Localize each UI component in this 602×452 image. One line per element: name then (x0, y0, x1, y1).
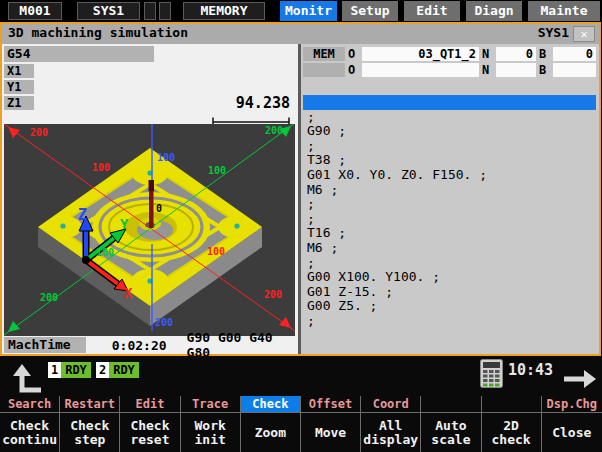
subprogram-b-label: B (539, 63, 552, 77)
machine-status-cell: M001 (8, 2, 62, 20)
origin-label: 0 (156, 203, 162, 214)
simulation-window: 3D machining simulation SYS1 ✕ G54 X1 Y1… (0, 22, 601, 356)
3d-viewport: 200 100 100 200 200 100 100 200 100 200 … (4, 124, 295, 336)
tool-shank (149, 180, 155, 191)
x-tick-200-br: 200 (264, 289, 282, 300)
softkey-column: RestartCheck step (60, 396, 120, 452)
mode-cell: MEMORY (183, 2, 265, 20)
menu-back-icon (8, 362, 46, 394)
program-current-line (303, 95, 596, 110)
triad-y-label: Y (120, 216, 129, 232)
subprogram-o-label: O (348, 63, 361, 77)
keypad-button[interactable] (480, 359, 503, 392)
program-line: ; (303, 197, 596, 212)
menu-category-dsp-chg[interactable]: Dsp.Chg (542, 396, 602, 413)
clock: 10:43 (508, 361, 553, 379)
program-o-label: O (348, 47, 361, 61)
program-line: ; (303, 110, 596, 125)
menu-category-empty[interactable] (482, 396, 541, 413)
program-line: ; (303, 314, 596, 329)
softkey-area: 1RDY2RDY 10:43 SearchCheck c (0, 356, 602, 452)
menu-category-check[interactable]: Check (241, 396, 300, 413)
part-system-number: 1 (48, 362, 61, 378)
softkey-all-display[interactable]: All display (361, 413, 420, 452)
sequence-n-value: 0 (496, 47, 536, 61)
softkey-close[interactable]: Close (542, 413, 602, 452)
softkey-column: CheckZoom (241, 396, 301, 452)
menu-category-edit[interactable]: Edit (120, 396, 179, 413)
tab-maintenance[interactable]: Mainte (528, 1, 600, 21)
menu-category-trace[interactable]: Trace (181, 396, 240, 413)
softkey-column: CoordAll display (361, 396, 421, 452)
program-mode-label: MEM (303, 47, 345, 61)
subprogram-n-label: N (482, 63, 495, 77)
x-axis-arrow-tl (8, 127, 20, 138)
close-icon: ✕ (580, 27, 587, 41)
menu-next-icon (562, 368, 598, 390)
sequence-n-label: N (482, 47, 495, 61)
program-line: T16 ; (303, 226, 596, 241)
ready-status-badges: 1RDY2RDY (48, 362, 144, 378)
system-cell: SYS1 (77, 2, 140, 20)
corner-hole-left (60, 223, 65, 228)
keypad-icon (480, 359, 503, 388)
axis-y-label: Y1 (4, 80, 34, 94)
subprogram-number-value (362, 63, 479, 77)
tab-setup[interactable]: Setup (342, 1, 398, 21)
softkey-zoom[interactable]: Zoom (241, 413, 300, 452)
softkey-column: 2D check (482, 396, 542, 452)
menu-category-search[interactable]: Search (0, 396, 59, 413)
softkey-column: Auto scale (421, 396, 481, 452)
menu-category-coord[interactable]: Coord (361, 396, 420, 413)
window-title: 3D machining simulation (8, 25, 188, 40)
softkey-column: SearchCheck continu (0, 396, 60, 452)
triad-x-label: X (124, 285, 133, 301)
program-line: G01 Z-15. ; (303, 285, 596, 300)
y-tick-100-tr: 100 (208, 165, 226, 176)
subprogram-b-value (553, 63, 596, 77)
softkey-2d-check[interactable]: 2D check (482, 413, 541, 452)
tab-monitor[interactable]: Monitr (280, 1, 337, 21)
simulation-pane: G54 X1 Y1 Z1 94.238 (2, 44, 298, 354)
subprogram-mode-label (303, 63, 345, 77)
window-system-label: SYS1 (538, 25, 569, 40)
ready-badge: RDY (109, 362, 139, 378)
program-line: G00 X100. Y100. ; (303, 270, 596, 285)
softkey-column: EditCheck reset (120, 396, 180, 452)
x-tick-100-tl: 100 (92, 162, 110, 173)
tab-diagnosis[interactable]: Diagn (466, 1, 522, 21)
top-status-bar: M001 SYS1 MEMORY Monitr Setup Edit Diagn… (0, 0, 602, 22)
window-titlebar: 3D machining simulation SYS1 ✕ (2, 24, 599, 44)
softkey-column: TraceWork init (181, 396, 241, 452)
softkey-move[interactable]: Move (301, 413, 360, 452)
program-line: T38 ; (303, 153, 596, 168)
close-button[interactable]: ✕ (573, 26, 595, 42)
program-number-value: 03_QT1_2 (362, 47, 479, 61)
menu-next-button[interactable] (562, 368, 598, 394)
axis-z-label: Z1 (4, 96, 34, 110)
machtime-value: 0:02:20 (112, 338, 167, 353)
program-line: G01 X0. Y0. Z0. F150. ; (303, 168, 596, 183)
y-axis-arrow-bl (8, 321, 20, 332)
softkey-check-step[interactable]: Check step (60, 413, 119, 452)
program-line: M6 ; (303, 241, 596, 256)
softkey-menu: SearchCheck continuRestartCheck stepEdit… (0, 396, 602, 452)
tab-edit[interactable]: Edit (404, 1, 460, 21)
menu-category-restart[interactable]: Restart (60, 396, 119, 413)
program-line: G90 ; (303, 124, 596, 139)
corner-hole-right (234, 223, 239, 228)
softkey-check-reset[interactable]: Check reset (120, 413, 179, 452)
program-line: ; (303, 256, 596, 271)
program-line: ; (303, 139, 596, 154)
softkey-check-continu[interactable]: Check continu (0, 413, 59, 452)
work-offset-label: G54 (4, 46, 154, 62)
softkey-auto-scale[interactable]: Auto scale (421, 413, 480, 452)
y-tick-100-bl: 100 (96, 247, 114, 258)
menu-category-empty[interactable] (421, 396, 480, 413)
menu-category-offset[interactable]: Offset (301, 396, 360, 413)
x-tick-200-tl: 200 (30, 127, 48, 138)
menu-back-button[interactable] (8, 362, 46, 398)
machtime-row: MachTime 0:02:20 G90 G00 G40 G80 (2, 336, 298, 354)
softkey-work-init[interactable]: Work init (181, 413, 240, 452)
softkey-column: OffsetMove (301, 396, 361, 452)
